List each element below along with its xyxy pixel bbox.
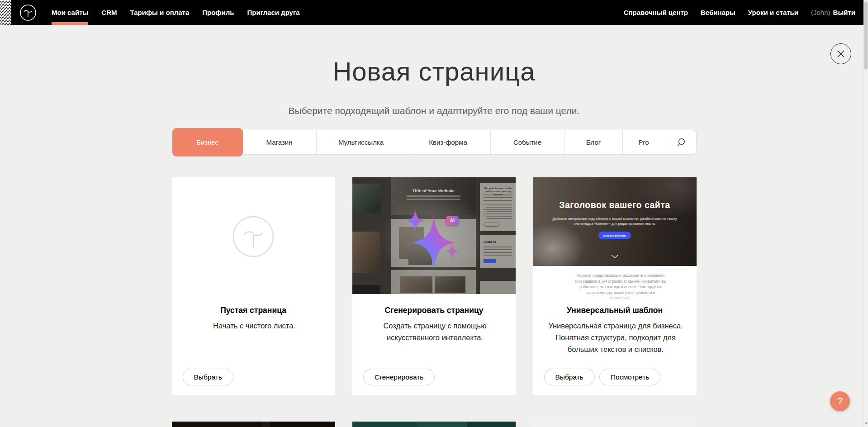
tab-search[interactable] [665,130,696,154]
nav-item-help-center[interactable]: Справочный центр [624,0,688,25]
ai-sparkle-icon [394,199,475,280]
template-category-tabs: Бизнес Магазин Мультиссылка Квиз-форма С… [172,130,697,155]
choose-blank-button[interactable]: Выбрать [183,369,233,385]
tab-store[interactable]: Магазин [243,130,316,154]
template-card-partial[interactable] [533,422,697,427]
tab-business[interactable]: Бизнес [172,128,243,157]
card-description: Создать страницу с помощью искусственног… [363,320,507,343]
card-actions: Выбрать Посмотреть [544,369,661,385]
zigzag-edge-decoration [0,0,11,25]
help-button[interactable]: ? [830,391,850,411]
nav-item-invite-friend[interactable]: Пригласи друга [247,0,299,25]
template-preview-image [533,422,697,427]
close-dialog-button[interactable] [830,43,851,64]
main-nav: Мои сайты CRM Тарифы и оплата Профиль Пр… [52,0,300,25]
template-card-partial[interactable] [352,422,516,427]
preview-tile [352,184,380,213]
close-icon [837,50,845,58]
scrollbar-thumb[interactable] [864,1,868,69]
template-card-blank-page: Пустая страница Начать с чистого листа. … [172,177,335,395]
card-title: Пустая страница [183,306,324,315]
tab-pro[interactable]: Pro [622,130,665,154]
ai-badge: AI [446,216,459,225]
ai-preview-image: Title of Your Website Get your house in … [352,177,516,294]
preview-site-subtitle: Добавьте интересные подробности о вашей … [551,216,678,226]
preview-tile [352,285,380,294]
nav-item-webinars[interactable]: Вебинары [701,0,735,25]
template-card-partial[interactable] [172,422,335,427]
scrollbar-down-arrow[interactable] [864,421,868,426]
tilda-logo[interactable] [19,0,37,25]
card-actions: Выбрать [183,369,233,385]
user-session: (John) Выйти [811,0,855,25]
template-grid: Пустая страница Начать с чистого листа. … [172,177,697,427]
nav-item-my-sites[interactable]: Мои сайты [52,0,88,25]
page-subtitle: Выберите подходящий шаблон и адаптируйте… [0,104,868,117]
card-description: Универсальная страница для бизнеса. Поня… [544,320,688,355]
template-card-universal: Заголовок вашего сайта Добавьте интересн… [533,177,697,395]
choose-universal-button[interactable]: Выбрать [544,369,595,385]
template-preview-image: Заголовок вашего сайта Добавьте интересн… [533,177,697,266]
card-actions: Сгенерировать [363,369,435,385]
tab-quiz-form[interactable]: Квиз-форма [406,130,490,154]
tilda-watermark-icon [232,215,275,260]
card-title: Сгенерировать страницу [363,306,505,315]
vertical-scrollbar[interactable] [863,0,868,427]
template-card-ai-generate: Title of Your Website Get your house in … [352,177,516,395]
tab-blog[interactable]: Блог [564,130,622,154]
preview-site-title: Заголовок вашего сайта [533,200,697,210]
user-name: (John) [811,9,830,16]
secondary-nav: Справочный центр Вебинары Уроки и статьи… [624,0,868,25]
text-line-placeholder [486,204,512,219]
nav-item-tariffs[interactable]: Тарифы и оплата [130,0,189,25]
generate-button[interactable]: Сгенерировать [363,369,435,385]
nav-item-crm[interactable]: CRM [101,0,117,25]
preview-tile [352,232,380,273]
page-head: Новая страница Выберите подходящий шабло… [0,25,868,427]
nav-item-lessons[interactable]: Уроки и статьи [748,0,798,25]
card-title: Универсальный шаблон [544,306,686,315]
template-preview-image [352,422,516,427]
search-icon [676,138,686,147]
chevron-down-icon [611,252,618,260]
template-preview-image [172,422,335,427]
top-nav-bar: Мои сайты CRM Тарифы и оплата Профиль Пр… [0,0,868,25]
nav-item-profile[interactable]: Профиль [202,0,234,25]
view-universal-button[interactable]: Посмотреть [599,369,660,385]
preview-body-section: Коротко представьтесь и расскажите о ком… [533,266,697,304]
tab-multilink[interactable]: Мультиссылка [316,130,406,154]
logout-link[interactable]: Выйти [833,9,855,16]
tab-event[interactable]: Событие [490,130,564,154]
preview-cta-button: Целевое действие [598,232,631,239]
fade-overlay [533,293,697,304]
page-title: Новая страница [0,57,868,86]
card-description: Начать с чистого листа. [183,320,326,332]
